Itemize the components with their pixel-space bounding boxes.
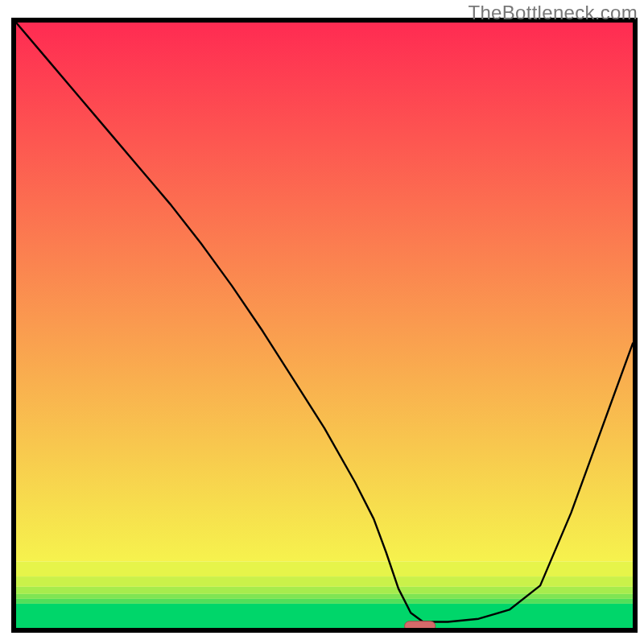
chart-canvas <box>0 0 644 644</box>
bg-band-1 <box>16 599 633 604</box>
bg-band-0 <box>16 604 633 628</box>
bg-band-2 <box>16 594 633 599</box>
bg-band-3 <box>16 587 633 594</box>
chart-stage: TheBottleneck.com <box>0 0 644 644</box>
bg-band-6 <box>16 23 633 561</box>
bg-band-5 <box>16 561 633 576</box>
watermark-text: TheBottleneck.com <box>468 2 638 24</box>
